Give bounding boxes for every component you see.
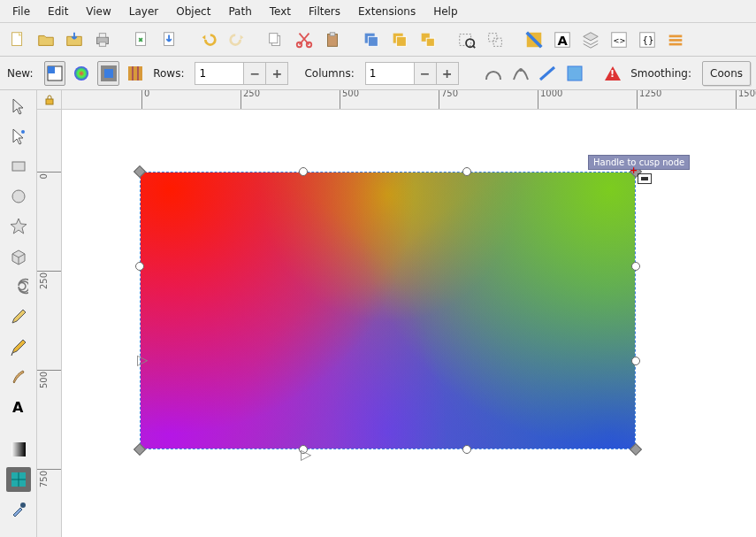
horizontal-ruler[interactable]: 0 250 500 750 1000 1250 1500 <box>62 90 756 110</box>
content-area: A 0 250 500 750 1000 1250 1500 0 250 500… <box>0 90 756 537</box>
star-tool[interactable] <box>6 214 31 239</box>
selector-tool[interactable] <box>6 94 31 119</box>
mesh-edit-button[interactable] <box>97 61 118 86</box>
text-tool[interactable]: A <box>6 395 31 419</box>
duplicate-button[interactable] <box>454 27 479 52</box>
mesh-type-square-button[interactable] <box>44 61 65 86</box>
smoothing-value: Coons <box>710 67 743 80</box>
rows-spinner[interactable]: − + <box>195 62 288 85</box>
open-button[interactable] <box>34 27 58 52</box>
circle-tool[interactable] <box>6 184 31 209</box>
svg-rect-31 <box>669 42 683 45</box>
rect-tool[interactable] <box>6 154 31 179</box>
menu-edit[interactable]: Edit <box>39 2 77 21</box>
xml-button[interactable]: <> <box>607 27 631 52</box>
mesh-node-mid-right2[interactable] <box>631 357 640 365</box>
import-doc-button[interactable] <box>129 27 154 52</box>
menu-filters[interactable]: Filters <box>300 2 349 21</box>
layers-button[interactable] <box>578 27 603 52</box>
svg-rect-11 <box>330 32 335 35</box>
menu-help[interactable]: Help <box>424 2 466 21</box>
fill-stroke-button[interactable] <box>522 27 546 52</box>
svg-rect-2 <box>99 33 105 37</box>
menu-object[interactable]: Object <box>167 2 219 21</box>
svg-rect-36 <box>104 69 113 78</box>
cut-button[interactable] <box>292 27 317 52</box>
mesh-node-mid-right1[interactable] <box>631 262 640 271</box>
menu-view[interactable]: View <box>77 2 119 21</box>
bezier-tool[interactable] <box>6 334 31 359</box>
tool-options-toolbar: New: Rows: − + Columns: − + Smoothing: C… <box>0 57 756 90</box>
undo-button[interactable] <box>196 27 221 52</box>
mesh-node-top-mid2[interactable] <box>462 167 471 176</box>
rows-input[interactable] <box>195 62 244 85</box>
smoothing-dropdown[interactable]: Coons <box>702 61 751 86</box>
css-button[interactable]: {} <box>635 27 660 52</box>
svg-text:A: A <box>12 399 24 416</box>
handle-arrow-icon: ▷ <box>137 351 148 368</box>
node-tool[interactable] <box>6 124 31 149</box>
menu-text[interactable]: Text <box>261 2 300 21</box>
print-button[interactable] <box>90 27 115 52</box>
tooltip: Handle to cusp node <box>588 155 690 170</box>
svg-point-47 <box>20 502 26 508</box>
svg-rect-37 <box>128 66 142 81</box>
new-label: New: <box>5 67 39 80</box>
copy-button[interactable] <box>263 27 288 52</box>
toggle-side1-button[interactable] <box>483 61 504 86</box>
toggle-side3-button[interactable] <box>537 61 558 86</box>
toggle-side2-button[interactable] <box>510 61 531 86</box>
toggle-side4-button[interactable] <box>563 61 584 86</box>
zoom-page-button[interactable] <box>416 27 440 52</box>
svg-rect-20 <box>489 33 497 41</box>
prefs-button[interactable] <box>663 27 688 52</box>
zoom-drawing-button[interactable] <box>387 27 412 52</box>
svg-point-40 <box>21 130 25 134</box>
menu-extensions[interactable]: Extensions <box>349 2 424 21</box>
text-props-button[interactable]: A <box>550 27 575 52</box>
dropper-tool[interactable] <box>6 497 31 522</box>
calligraphy-tool[interactable] <box>6 364 31 389</box>
new-doc-button[interactable] <box>5 27 30 52</box>
columns-label: Columns: <box>302 67 359 80</box>
gradient-tool[interactable] <box>6 437 31 462</box>
columns-input[interactable] <box>365 62 415 85</box>
zoom-selection-button[interactable] <box>359 27 384 52</box>
svg-rect-17 <box>426 38 434 46</box>
rows-minus-button[interactable]: − <box>243 62 266 85</box>
svg-rect-21 <box>493 38 501 46</box>
canvas[interactable]: ▷ ▷ Handle to cusp node + <box>62 110 756 537</box>
menu-path[interactable]: Path <box>219 2 260 21</box>
redo-button[interactable] <box>225 27 249 52</box>
mesh-gradient-object[interactable] <box>140 172 636 449</box>
paste-button[interactable] <box>320 27 345 52</box>
mesh-node-bottom-mid2[interactable] <box>462 445 471 454</box>
clone-button[interactable] <box>483 27 508 52</box>
lock-guides-button[interactable] <box>37 90 62 110</box>
pencil-tool[interactable] <box>6 304 31 329</box>
mesh-gradient-fill <box>140 172 636 449</box>
menu-layer[interactable]: Layer <box>120 2 167 21</box>
3dbox-tool[interactable] <box>6 244 31 269</box>
mesh-color-button[interactable] <box>125 61 146 86</box>
svg-rect-7 <box>270 33 278 42</box>
menu-file[interactable]: File <box>4 2 39 21</box>
vertical-ruler[interactable]: 0 250 500 750 <box>37 110 62 537</box>
mesh-tool[interactable] <box>6 467 31 492</box>
mesh-type-conical-button[interactable] <box>71 61 92 86</box>
svg-text:A: A <box>558 32 569 47</box>
import-button[interactable] <box>62 27 87 52</box>
svg-rect-33 <box>48 66 55 73</box>
columns-plus-button[interactable]: + <box>436 62 459 85</box>
export-doc-button[interactable] <box>157 27 182 52</box>
spiral-tool[interactable] <box>6 274 31 299</box>
svg-rect-39 <box>568 66 582 81</box>
svg-text:{}: {} <box>643 35 654 44</box>
columns-spinner[interactable]: − + <box>365 62 459 85</box>
mesh-node-top-mid1[interactable] <box>299 167 308 176</box>
warning-icon <box>602 61 623 86</box>
rows-plus-button[interactable]: + <box>265 62 288 85</box>
columns-minus-button[interactable]: − <box>414 62 437 85</box>
mesh-node-mid-left[interactable] <box>135 262 144 271</box>
svg-rect-29 <box>669 35 683 37</box>
